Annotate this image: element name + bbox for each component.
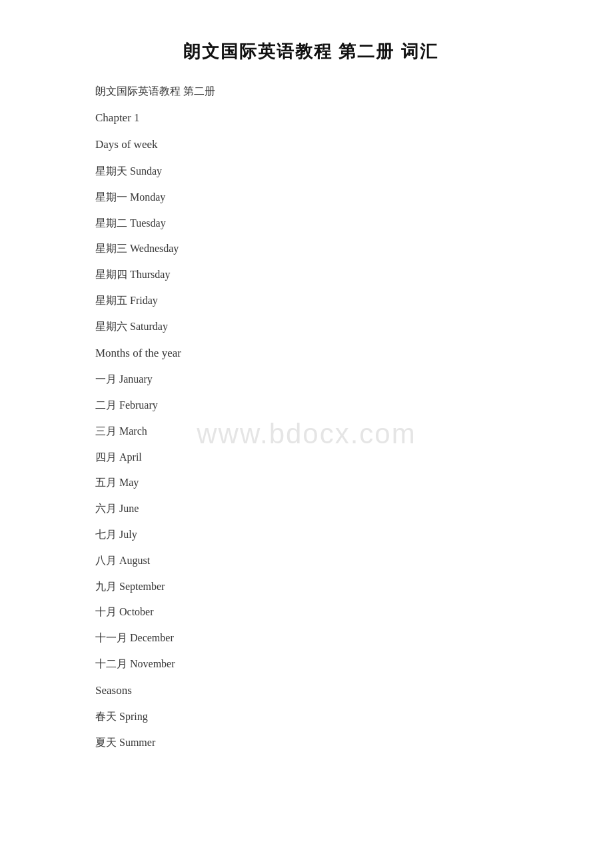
- list-item: 五月 May: [95, 473, 526, 493]
- list-item: 七月 July: [95, 525, 526, 545]
- chapter-label: Chapter 1: [95, 108, 526, 129]
- list-item: 星期六 Saturday: [95, 317, 526, 337]
- list-item: 星期四 Thursday: [95, 265, 526, 285]
- list-item: 夏天 Summer: [95, 733, 526, 753]
- list-item: 星期五 Friday: [95, 291, 526, 311]
- section-header-1: Months of the year: [95, 343, 526, 364]
- subtitle-line: 朗文国际英语教程 第二册: [95, 82, 526, 101]
- list-item: 春天 Spring: [95, 707, 526, 727]
- list-item: 十二月 November: [95, 655, 526, 674]
- list-item: 十一月 December: [95, 629, 526, 648]
- list-item: 十月 October: [95, 603, 526, 622]
- list-item: 星期二 Tuesday: [95, 214, 526, 233]
- sections-container: Days of week星期天 Sunday星期一 Monday星期二 Tues…: [95, 135, 526, 753]
- list-item: 三月 March: [95, 422, 526, 441]
- section-header-0: Days of week: [95, 135, 526, 155]
- list-item: 二月 February: [95, 396, 526, 415]
- list-item: 星期一 Monday: [95, 188, 526, 207]
- page-title: 朗文国际英语教程 第二册 词汇: [95, 40, 526, 63]
- list-item: 九月 September: [95, 577, 526, 597]
- list-item: 四月 April: [95, 448, 526, 467]
- list-item: 星期三 Wednesday: [95, 239, 526, 259]
- section-header-2: Seasons: [95, 681, 526, 701]
- list-item: 一月 January: [95, 370, 526, 389]
- list-item: 八月 August: [95, 551, 526, 571]
- list-item: 六月 June: [95, 499, 526, 519]
- list-item: 星期天 Sunday: [95, 162, 526, 181]
